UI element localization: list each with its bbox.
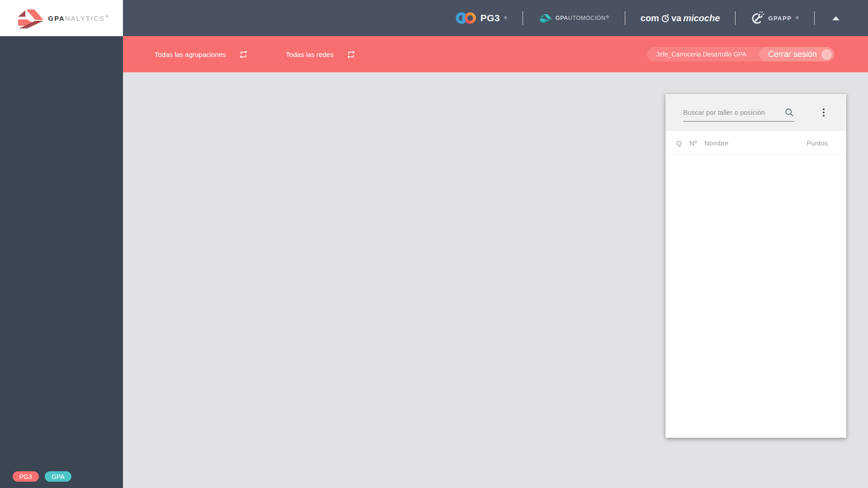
table-header: Q Nº Nombre Puntos bbox=[665, 131, 846, 155]
header-divider bbox=[625, 11, 625, 25]
gpapp-logo[interactable]: GPAPP® bbox=[751, 11, 799, 25]
kebab-dot bbox=[823, 112, 825, 113]
gpautomocion-label: GPAUTOMOCIÓN® bbox=[556, 15, 609, 21]
gpautomocion-logo[interactable]: GPAUTOMOCIÓN® bbox=[538, 13, 609, 23]
gpanalytics-wordmark: GPANALYTICS® bbox=[48, 14, 108, 22]
column-header-numero: Nº bbox=[689, 139, 704, 147]
pg3-registered-mark: ® bbox=[504, 16, 507, 20]
pg3-infinity-icon bbox=[456, 11, 476, 25]
comovamicoche-logo[interactable]: com vamicoche bbox=[641, 13, 720, 23]
swap-agrupaciones-icon[interactable] bbox=[239, 50, 248, 59]
kebab-dot bbox=[823, 115, 825, 117]
sidebar: PG3 GPA bbox=[0, 36, 123, 488]
logout-label: Cerrar sesión bbox=[768, 50, 817, 59]
comovamicoche-mid: va bbox=[671, 13, 681, 23]
logout-button[interactable]: Cerrar sesión bbox=[759, 47, 834, 61]
logo-text-nalytics: NALYTICS bbox=[65, 14, 105, 22]
pg3-logo[interactable]: PG3® bbox=[456, 11, 507, 25]
search-icon[interactable] bbox=[784, 108, 794, 117]
header-divider bbox=[523, 11, 523, 25]
gpanalytics-arrow-icon bbox=[14, 8, 44, 28]
swap-redes-icon[interactable] bbox=[346, 50, 356, 59]
pg3-label: PG3 bbox=[480, 13, 500, 23]
table-body[interactable] bbox=[665, 155, 846, 437]
gpanalytics-logo[interactable]: GPANALYTICS® bbox=[0, 0, 123, 36]
logo-registered-mark: ® bbox=[106, 14, 108, 19]
header-divider bbox=[735, 11, 736, 25]
user-name: Jefe_Carroceria Desarrollo GPA bbox=[647, 51, 759, 58]
logo-text-gpa: GPA bbox=[48, 14, 65, 22]
panel-header bbox=[665, 94, 846, 131]
header-divider bbox=[814, 11, 815, 25]
user-session-pill: Jefe_Carroceria Desarrollo GPA Cerrar se… bbox=[647, 47, 834, 61]
close-session-icon[interactable] bbox=[821, 49, 832, 60]
kebab-dot bbox=[823, 108, 825, 110]
ranking-panel: Q Nº Nombre Puntos bbox=[665, 94, 846, 438]
brand-strip: PG3® GPAUTOMOCIÓN® com bbox=[456, 0, 868, 36]
search-input[interactable] bbox=[683, 108, 784, 116]
pg3-badge[interactable]: PG3 bbox=[13, 471, 39, 482]
column-header-puntos: Puntos bbox=[807, 139, 828, 147]
column-header-q: Q bbox=[676, 139, 689, 147]
gpautomocion-registered-mark: ® bbox=[606, 15, 609, 19]
clock-icon bbox=[661, 14, 670, 23]
column-header-nombre: Nombre bbox=[704, 139, 807, 147]
gpapp-label: GPAPP bbox=[768, 15, 792, 22]
gpautomocion-label-rest: UTOMOCIÓN bbox=[568, 15, 606, 21]
comovamicoche-pre: com bbox=[641, 13, 659, 23]
gpa-badge[interactable]: GPA bbox=[45, 471, 71, 482]
redes-selector[interactable]: Todas las redes bbox=[286, 51, 334, 58]
gpapp-registered-mark: ® bbox=[796, 16, 799, 20]
more-options-button[interactable] bbox=[821, 107, 826, 118]
top-header: GPANALYTICS® PG3® bbox=[0, 0, 868, 36]
gpautomocion-label-bold: GPA bbox=[556, 15, 568, 21]
agrupaciones-selector[interactable]: Todas las agrupaciones bbox=[155, 51, 226, 58]
comovamicoche-italic: micoche bbox=[683, 13, 720, 23]
wrench-circle-icon bbox=[751, 11, 764, 25]
search-field[interactable] bbox=[683, 103, 794, 122]
sidebar-badges: PG3 GPA bbox=[13, 471, 71, 482]
collapse-header-button[interactable] bbox=[830, 12, 842, 24]
app-root: GPANALYTICS® PG3® bbox=[0, 0, 868, 488]
filter-bar: Todas las agrupaciones Todas las redes J… bbox=[123, 36, 868, 72]
caret-up-icon bbox=[832, 16, 840, 20]
comovamicoche-wordmark: com vamicoche bbox=[641, 13, 720, 23]
gpautomocion-arrow-icon bbox=[538, 13, 552, 23]
